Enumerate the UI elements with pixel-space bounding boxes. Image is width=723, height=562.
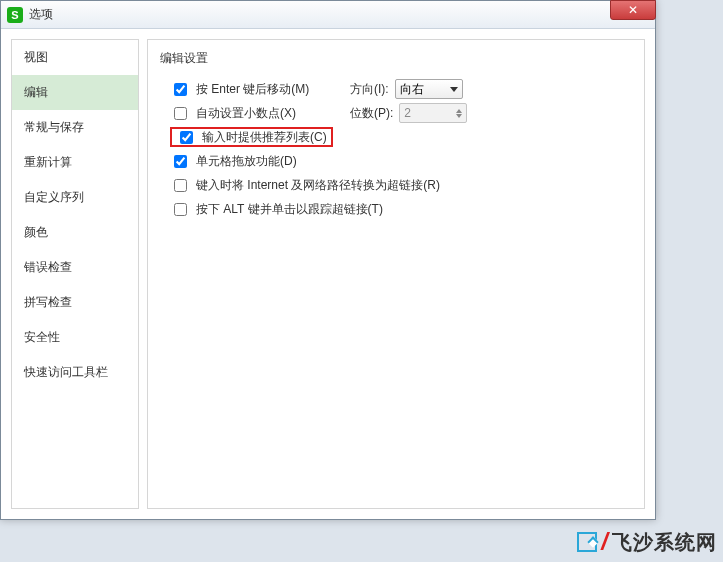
watermark-text: 飞沙系统网 (612, 529, 717, 556)
row-hyperlink: 键入时将 Internet 及网络路径转换为超链接(R) (170, 173, 632, 197)
chevron-down-icon (450, 87, 458, 92)
label-direction: 方向(I): (350, 81, 389, 98)
sidebar-item-label: 快速访问工具栏 (24, 365, 108, 379)
label-enter-move: 按 Enter 键后移动(M) (196, 81, 309, 98)
spinner-places: 2 (399, 103, 467, 123)
sidebar-item-label: 视图 (24, 50, 48, 64)
highlight-autocomplete: 输入时提供推荐列表(C) (170, 127, 333, 147)
watermark: / 飞沙系统网 (577, 528, 717, 556)
options-window: S 选项 ✕ 视图 编辑 常规与保存 重新计算 自定义序列 颜色 错误检查 拼写… (0, 0, 656, 520)
arrow-down-icon (456, 114, 462, 118)
label-places: 位数(P): (350, 105, 393, 122)
section-title: 编辑设置 (160, 50, 632, 67)
titlebar: S 选项 ✕ (1, 1, 655, 29)
places-group: 位数(P): 2 (350, 103, 467, 123)
sidebar-item-label: 常规与保存 (24, 120, 84, 134)
app-icon: S (7, 7, 23, 23)
sidebar-item-label: 颜色 (24, 225, 48, 239)
sidebar-item-error-check[interactable]: 错误检查 (12, 250, 138, 285)
sidebar-item-label: 安全性 (24, 330, 60, 344)
sidebar-item-view[interactable]: 视图 (12, 40, 138, 75)
checkbox-auto-decimal[interactable] (174, 107, 187, 120)
watermark-box-icon (577, 532, 597, 552)
arrow-up-icon (456, 109, 462, 113)
close-icon: ✕ (628, 3, 638, 17)
window-title: 选项 (29, 6, 53, 23)
row-enter-move: 按 Enter 键后移动(M) 方向(I): 向右 (170, 77, 632, 101)
sidebar-item-label: 自定义序列 (24, 190, 84, 204)
row-autocomplete: 输入时提供推荐列表(C) (170, 125, 632, 149)
label-autocomplete: 输入时提供推荐列表(C) (202, 129, 327, 146)
sidebar-item-custom-list[interactable]: 自定义序列 (12, 180, 138, 215)
sidebar-item-label: 错误检查 (24, 260, 72, 274)
direction-group: 方向(I): 向右 (350, 79, 463, 99)
row-auto-decimal: 自动设置小数点(X) 位数(P): 2 (170, 101, 632, 125)
select-direction-value: 向右 (400, 81, 424, 98)
sidebar-item-color[interactable]: 颜色 (12, 215, 138, 250)
checkbox-alt-click[interactable] (174, 203, 187, 216)
select-direction[interactable]: 向右 (395, 79, 463, 99)
sidebar-item-security[interactable]: 安全性 (12, 320, 138, 355)
close-button[interactable]: ✕ (610, 0, 656, 20)
sidebar-item-label: 重新计算 (24, 155, 72, 169)
checkbox-enter-move[interactable] (174, 83, 187, 96)
form-rows: 按 Enter 键后移动(M) 方向(I): 向右 自动设置小数点(X) 位数(… (170, 77, 632, 221)
checkbox-hyperlink[interactable] (174, 179, 187, 192)
sidebar-item-general-save[interactable]: 常规与保存 (12, 110, 138, 145)
checkbox-drag-fill[interactable] (174, 155, 187, 168)
sidebar-item-recalc[interactable]: 重新计算 (12, 145, 138, 180)
spinner-arrows (456, 109, 462, 118)
content-area: 视图 编辑 常规与保存 重新计算 自定义序列 颜色 错误检查 拼写检查 安全性 … (1, 29, 655, 519)
watermark-slash-icon: / (601, 528, 608, 556)
sidebar-item-label: 编辑 (24, 85, 48, 99)
label-alt-click: 按下 ALT 键并单击以跟踪超链接(T) (196, 201, 383, 218)
main-panel: 编辑设置 按 Enter 键后移动(M) 方向(I): 向右 自动 (147, 39, 645, 509)
sidebar-item-label: 拼写检查 (24, 295, 72, 309)
row-drag-fill: 单元格拖放功能(D) (170, 149, 632, 173)
row-alt-click: 按下 ALT 键并单击以跟踪超链接(T) (170, 197, 632, 221)
label-drag-fill: 单元格拖放功能(D) (196, 153, 297, 170)
sidebar-item-spell-check[interactable]: 拼写检查 (12, 285, 138, 320)
checkbox-autocomplete[interactable] (180, 131, 193, 144)
spinner-places-value: 2 (404, 106, 411, 120)
label-auto-decimal: 自动设置小数点(X) (196, 105, 296, 122)
sidebar: 视图 编辑 常规与保存 重新计算 自定义序列 颜色 错误检查 拼写检查 安全性 … (11, 39, 139, 509)
sidebar-item-edit[interactable]: 编辑 (12, 75, 138, 110)
sidebar-item-quick-access[interactable]: 快速访问工具栏 (12, 355, 138, 390)
label-hyperlink: 键入时将 Internet 及网络路径转换为超链接(R) (196, 177, 440, 194)
